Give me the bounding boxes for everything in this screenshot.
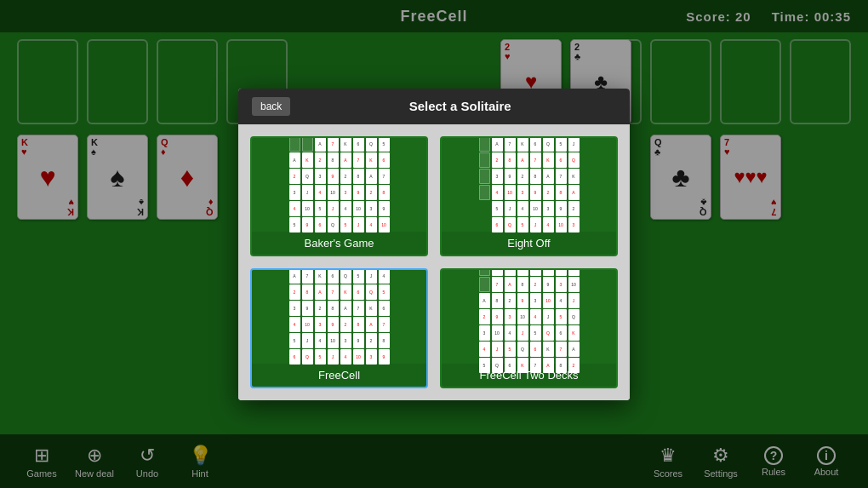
back-button[interactable]: back [252,97,290,116]
select-solitaire-modal: back Select a Solitaire A 2 3 4 5 [238,89,630,400]
eight-off-cards: A 2 3 4 5 6 7 8 9 10 J [479,136,580,233]
bakers-game-cards: A 2 3 4 5 K Q J 10 9 [289,136,390,233]
modal-title: Select a Solitaire [304,99,616,113]
bakers-game-label: Baker's Game [252,232,426,255]
eight-off-label: Eight Off [442,232,616,255]
option-bakers-game[interactable]: A 2 3 4 5 K Q J 10 9 [250,136,428,256]
option-freecell[interactable]: A 2 3 4 5 6 7 8 9 10 J [250,268,428,388]
modal-overlay: back Select a Solitaire A 2 3 4 5 [0,0,868,488]
modal-header: back Select a Solitaire [238,89,630,124]
freecell-label: FreeCell [252,364,426,387]
option-freecell-two-decks[interactable]: A 2 3 4 5 6 7 8 9 10 J [440,268,618,388]
freecell-two-decks-preview: A 2 3 4 5 6 7 8 9 10 J [442,270,616,364]
freecell-preview: A 2 3 4 5 6 7 8 9 10 J [252,270,426,364]
bakers-game-preview: A 2 3 4 5 K Q J 10 9 [252,138,426,232]
freecell-two-decks-cards: A 2 3 4 5 6 7 8 9 10 J [479,268,580,373]
eight-off-preview: A 2 3 4 5 6 7 8 9 10 J [442,138,616,232]
option-eight-off[interactable]: A 2 3 4 5 6 7 8 9 10 J [440,136,618,256]
modal-body: A 2 3 4 5 K Q J 10 9 [238,124,630,400]
freecell-cards: A 2 3 4 5 6 7 8 9 10 J [289,268,390,365]
